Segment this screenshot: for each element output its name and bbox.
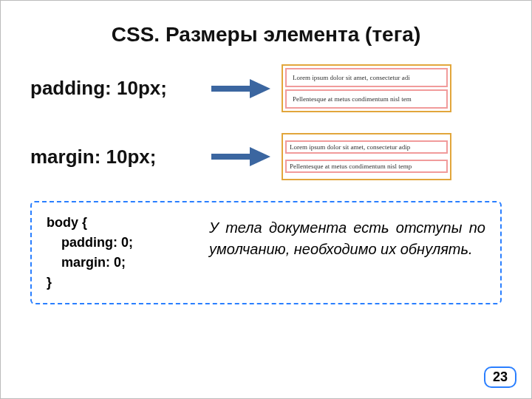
demo-text: Lorem ipsum dolor sit amet, consectetur … xyxy=(285,68,448,87)
code-snippet: body { padding: 0; margin: 0; } xyxy=(47,213,194,293)
margin-demo-box: Lorem ipsum dolor sit amet, consectetur … xyxy=(282,133,451,180)
margin-label: margin: 10px; xyxy=(30,146,200,168)
row-margin: margin: 10px; Lorem ipsum dolor sit amet… xyxy=(30,133,502,180)
callout-box: body { padding: 0; margin: 0; } У тела д… xyxy=(30,201,502,304)
svg-marker-1 xyxy=(250,79,270,98)
svg-rect-2 xyxy=(211,154,250,160)
page-number: 23 xyxy=(484,366,516,388)
padding-demo-box: Lorem ipsum dolor sit amet, consectetur … xyxy=(282,64,451,112)
slide-title: CSS. Размеры элемента (тега) xyxy=(30,23,502,47)
demo-text: Lorem ipsum dolor sit amet, consectetur … xyxy=(285,140,448,154)
padding-label: padding: 10px; xyxy=(30,77,200,100)
demo-text: Pellentesque at metus condimentum nisl t… xyxy=(285,160,448,173)
slide: CSS. Размеры элемента (тега) padding: 10… xyxy=(0,0,532,399)
svg-rect-0 xyxy=(211,86,250,92)
callout-note: У тела документа есть отступы по умолчан… xyxy=(209,213,485,293)
row-padding: padding: 10px; Lorem ipsum dolor sit ame… xyxy=(30,64,502,112)
arrow-icon xyxy=(208,78,274,100)
demo-text: Pellentesque at metus condimentum nisl t… xyxy=(285,89,448,109)
svg-marker-3 xyxy=(250,147,270,166)
arrow-icon xyxy=(208,146,274,168)
